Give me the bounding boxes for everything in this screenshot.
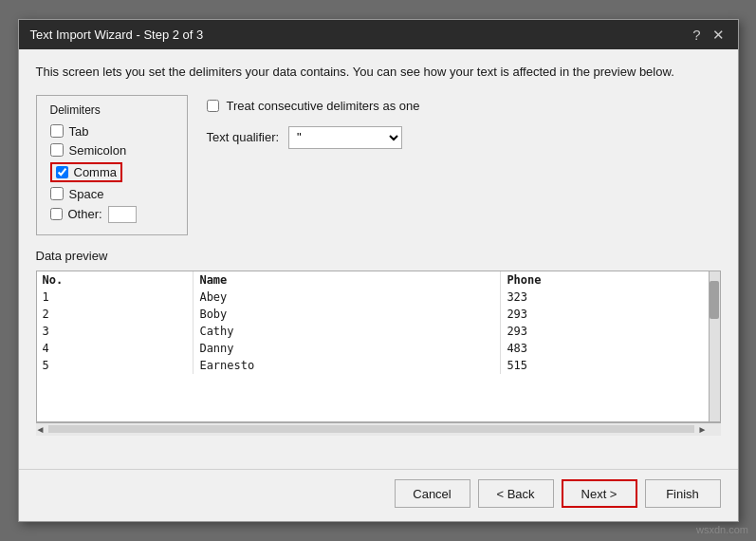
dialog: Text Import Wizard - Step 2 of 3 ? ✕ Thi… xyxy=(18,19,739,522)
cell: 293 xyxy=(501,323,719,340)
table-header-row: No. Name Phone xyxy=(37,271,720,289)
tab-checkbox[interactable] xyxy=(50,124,64,138)
title-bar-controls: ? ✕ xyxy=(691,28,726,42)
other-checkbox[interactable] xyxy=(50,208,63,220)
dialog-footer: Cancel < Back Next > Finish xyxy=(19,469,738,521)
comma-checkbox[interactable] xyxy=(56,166,68,178)
tab-row: Tab xyxy=(50,124,174,139)
close-button[interactable]: ✕ xyxy=(710,28,727,42)
cell: 4 xyxy=(37,340,194,357)
cell: 3 xyxy=(37,323,194,340)
col-header-no: No. xyxy=(37,271,194,289)
description-text: This screen lets you set the delimiters … xyxy=(36,63,721,82)
consecutive-checkbox[interactable] xyxy=(207,100,219,112)
help-button[interactable]: ? xyxy=(691,28,702,42)
table-row: 1 Abey 323 xyxy=(37,289,720,306)
cell: 1 xyxy=(37,289,194,306)
table-row: 2 Boby 293 xyxy=(37,306,720,323)
col-header-name: Name xyxy=(194,271,501,289)
top-section: Delimiters Tab Semicolon Comma Space xyxy=(36,95,721,235)
cell: Boby xyxy=(194,306,501,323)
cell: 515 xyxy=(501,357,719,374)
other-input[interactable] xyxy=(108,206,137,223)
scroll-thumb xyxy=(710,281,719,319)
table-row: 3 Cathy 293 xyxy=(37,323,720,340)
other-row: Other: xyxy=(50,206,174,223)
finish-button[interactable]: Finish xyxy=(645,479,721,508)
cell: Cathy xyxy=(194,323,501,340)
semicolon-label: Semicolon xyxy=(69,143,127,158)
consecutive-row: Treat consecutive delimiters as one xyxy=(207,99,721,113)
preview-label: Data preview xyxy=(36,249,721,263)
comma-label: Comma xyxy=(74,165,118,179)
delimiters-legend: Delimiters xyxy=(50,103,174,117)
cell: Danny xyxy=(194,340,501,357)
comma-row-highlighted: Comma xyxy=(50,162,123,182)
delimiters-group: Delimiters Tab Semicolon Comma Space xyxy=(36,95,188,235)
space-checkbox[interactable] xyxy=(50,187,64,200)
right-options: Treat consecutive delimiters as one Text… xyxy=(207,95,721,235)
title-bar: Text Import Wizard - Step 2 of 3 ? ✕ xyxy=(19,20,738,49)
preview-table: No. Name Phone 1 Abey 323 2 Boby 293 xyxy=(37,271,720,374)
other-label: Other: xyxy=(68,207,102,221)
scroll-right-icon[interactable]: ► xyxy=(698,424,708,435)
next-button[interactable]: Next > xyxy=(562,479,637,508)
qualifier-select[interactable]: " ' {none} xyxy=(288,126,402,149)
qualifier-row: Text qualifier: " ' {none} xyxy=(207,126,721,149)
table-row: 5 Earnesto 515 xyxy=(37,357,720,374)
watermark: wsxdn.com xyxy=(696,524,748,535)
data-preview-section: Data preview No. Name Phone 1 Abey 323 2 xyxy=(36,249,721,460)
scroll-left-icon[interactable]: ◄ xyxy=(36,424,46,435)
cell: 2 xyxy=(37,306,194,323)
cell: 323 xyxy=(501,289,719,306)
semicolon-row: Semicolon xyxy=(50,143,174,158)
space-row: Space xyxy=(50,187,174,201)
semicolon-checkbox[interactable] xyxy=(50,143,64,157)
cell: 5 xyxy=(37,357,194,374)
cell: Earnesto xyxy=(194,357,501,374)
back-button[interactable]: < Back xyxy=(478,479,554,508)
dialog-title: Text Import Wizard - Step 2 of 3 xyxy=(30,28,204,42)
dialog-body: This screen lets you set the delimiters … xyxy=(19,49,738,469)
space-label: Space xyxy=(69,187,104,201)
vertical-scrollbar[interactable] xyxy=(709,271,720,421)
horizontal-scrollbar[interactable]: ◄ ► xyxy=(36,422,721,436)
qualifier-label: Text qualifier: xyxy=(207,130,280,144)
cell: 483 xyxy=(501,340,719,357)
preview-table-container[interactable]: No. Name Phone 1 Abey 323 2 Boby 293 xyxy=(36,270,721,422)
cell: Abey xyxy=(194,289,501,306)
h-scroll-track[interactable] xyxy=(48,425,693,433)
tab-label: Tab xyxy=(69,124,89,139)
cell: 293 xyxy=(501,306,719,323)
cancel-button[interactable]: Cancel xyxy=(395,479,470,508)
col-header-phone: Phone xyxy=(501,271,719,289)
table-row: 4 Danny 483 xyxy=(37,340,720,357)
consecutive-label: Treat consecutive delimiters as one xyxy=(227,99,420,113)
